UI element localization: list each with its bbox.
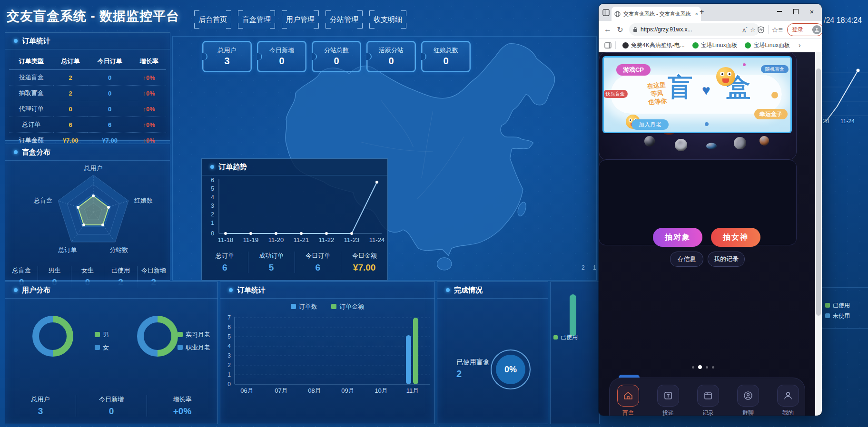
settings-menu-icon[interactable]: ⋯ [809,25,821,34]
favorite-star-icon[interactable]: ☆ [750,26,756,33]
tab-close-icon[interactable]: × [695,11,698,17]
favorites-hub-icon[interactable]: ☆≡ [771,25,783,34]
bullet-icon [229,288,233,292]
bullet-icon [446,288,450,292]
active-dot [698,365,702,369]
banner-image: 游戏CP 随机盲盒 快乐盲盒 在这里等风也等你 盲 ♥ 盒 [602,56,792,133]
my-records-button[interactable]: 我的记录 [708,252,745,267]
svg-text:11-24: 11-24 [369,236,385,243]
svg-text:07月: 07月 [275,387,287,394]
panel-completion: 完成情况 已使用盲盒 2 0% [437,281,548,424]
back-icon[interactable]: ← [602,25,614,34]
page-title: 交友盲盒系统 - 数据监控平台 [7,8,179,25]
user-photo-disc [673,137,689,153]
globe-favicon [614,11,621,17]
svg-text:1: 1 [211,220,214,226]
new-tab-button[interactable]: + [700,8,704,16]
vertical-tabs-icon[interactable] [602,9,610,16]
svg-text:6: 6 [227,324,231,330]
bookmark-bt-panel-1[interactable]: 宝塔Linux面板 [690,40,740,51]
completion-label: 已使用盲盒 2 [456,358,490,379]
stat-card-active-substations: 活跃分站0 [366,41,416,72]
refresh-icon[interactable]: ↻ [614,25,626,34]
nav-item-me[interactable]: 我的 [777,385,799,416]
minimize-button[interactable] [771,4,788,19]
user-photo-disc [644,136,655,146]
nav-item-box[interactable]: 盲盒 [617,385,639,416]
bookmarks-overflow-icon[interactable]: › [799,41,801,49]
radar-axis-label: 总用户 [84,165,103,172]
order-bar-chart: 7 6 5 4 3 2 1 0 06月 07月 08月 09月 10月 11月 [220,313,434,396]
app-page: 单身宝盒 已有0位小伙伴加入心动星球 抽对象 抽女神 存信息 我的记录 游戏CP… [599,52,822,416]
svg-text:3: 3 [211,203,214,209]
bookmark-wallpaper[interactable]: 免费4K高清壁纸-电... [620,40,688,51]
bullet-icon [210,165,214,169]
panel-title: 订单统计 [237,286,266,295]
table-row: 投递盲盒 2 0 ↑0% [9,70,166,86]
svg-text:11-23: 11-23 [344,236,359,243]
nav-substation-manage[interactable]: 分站管理 [326,10,363,29]
svg-text:6: 6 [211,177,214,184]
me-icon [777,385,799,407]
nav-item-group-chat[interactable]: 群聊 [737,385,759,416]
emoji-face-icon [716,67,735,86]
panel-user-distribution: 用户分布 男 女 实习月老 职业月老 总用户3 今日新增0 增长率+0% [5,281,218,424]
radar-axis-label: 总盲盒 [33,197,52,204]
svg-text:4: 4 [211,194,214,201]
draw-partner-button[interactable]: 抽对象 [653,228,702,247]
browser-window: 交友盲盒系统 - 交友盲盒系统 × + × ← ↻ https://grzy.9… [599,4,822,416]
panel-title: 盲盒分布 [22,148,50,157]
svg-text:09月: 09月 [341,387,354,394]
table-row: 抽取盲盒 2 0 ↑0% [9,86,166,101]
nav-item-deliver[interactable]: 投递 [657,385,679,416]
svg-text:06月: 06月 [240,387,253,394]
user-photo-disc [706,143,717,149]
svg-text:11-22: 11-22 [319,236,334,243]
table-row: 代理订单 0 0 ↑0% [9,101,166,117]
home-icon [617,385,639,407]
user-photo-disc [759,135,769,146]
svg-text:5: 5 [227,333,231,340]
completion-gauge: 0% [491,349,531,389]
svg-text:11-20: 11-20 [268,236,284,243]
save-info-button[interactable]: 存信息 [670,252,703,267]
nav-item-records[interactable]: 记录 [697,385,719,416]
close-button[interactable]: × [804,4,820,19]
right-legend-used: 已使用 [825,301,850,310]
tag-happy-box: 快乐盲盒 [603,90,628,98]
read-aloud-icon[interactable]: A” [742,26,747,33]
panel-title: 完成情况 [454,286,483,295]
panel-fragment-usage: 已使用 [550,281,600,424]
browser-scrollbar[interactable] [815,52,822,416]
group-chat-icon [737,385,759,407]
sidebar-icon[interactable] [604,42,612,49]
panel-title: 订单趋势 [218,163,247,172]
gender-legend: 男 女 [95,330,109,352]
draw-goddess-button[interactable]: 抽女神 [711,228,760,247]
scrollbar-thumb[interactable] [816,68,821,316]
radar-chart: 总用户 红娘数 分站数 总订单 总盲盒 [5,161,170,256]
nav-box-manage[interactable]: 盲盒管理 [238,10,275,29]
nav-finance[interactable]: 收支明细 [369,10,406,29]
browser-tab[interactable]: 交友盲盒系统 - 交友盲盒系统 × [612,7,701,21]
svg-text:3: 3 [227,352,231,359]
carousel-dots[interactable] [692,365,714,369]
panel-order-trend: 订单趋势 6 5 4 3 2 1 0 11-18 11-19 11-20 11-… [201,158,388,281]
legend-intern-swatch [178,332,183,337]
bullet-icon [14,39,18,43]
address-bar[interactable]: https://grzy.91wx.x... A” ☆ [629,23,760,36]
nav-user-manage[interactable]: 用户管理 [282,10,319,29]
svg-text:2: 2 [211,211,214,218]
browser-essentials-icon[interactable] [758,26,764,33]
maximize-button[interactable] [788,4,804,19]
svg-text:1: 1 [227,371,231,378]
svg-text:11-19: 11-19 [243,236,258,243]
nav-home[interactable]: 后台首页 [194,10,231,29]
bookmark-bt-panel-2[interactable]: 宝塔Linux面板 [742,40,793,51]
legend-used-swatch [553,335,558,340]
tag-lucky-box: 幸运盒子 [754,109,788,119]
svg-text:0: 0 [227,381,231,388]
stat-card-substations: 分站总数0 [312,41,361,72]
records-icon [697,385,719,407]
matchmaker-donut-chart [133,311,182,361]
